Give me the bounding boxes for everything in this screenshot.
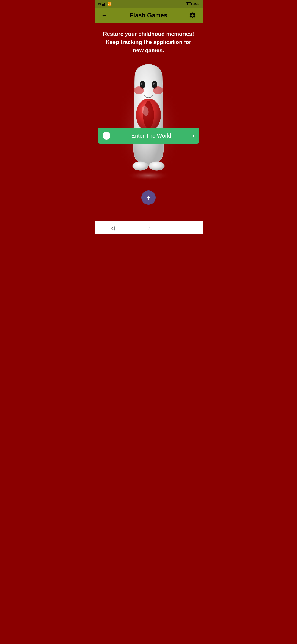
nav-back-button[interactable]: ◁: [111, 225, 115, 231]
status-bar: 4G 📶 4:32: [95, 0, 203, 8]
svg-point-7: [134, 86, 144, 94]
main-content: Restore your childhood memories! Keep tr…: [95, 23, 203, 221]
nav-home-icon: ○: [147, 225, 150, 231]
app-title: Flash Games: [130, 12, 167, 19]
network-type: 4G: [98, 2, 101, 5]
fab-plus-icon: +: [146, 193, 151, 202]
svg-point-10: [149, 162, 164, 170]
enter-button-wrapper: Enter The World ›: [98, 128, 199, 144]
svg-point-11: [127, 171, 170, 181]
svg-point-9: [133, 162, 148, 170]
signal-icon: [102, 2, 106, 6]
enter-button-label: Enter The World: [110, 133, 192, 139]
status-left: 4G 📶: [98, 2, 112, 6]
page-wrapper: 4G 📶 4:32 ← Flash Games: [95, 0, 203, 234]
wifi-icon: 📶: [108, 2, 112, 6]
enter-arrow-icon: ›: [192, 132, 194, 140]
app-bar: ← Flash Games: [95, 8, 203, 23]
nav-home-button[interactable]: ○: [147, 225, 150, 231]
enter-world-button[interactable]: Enter The World ›: [98, 128, 199, 144]
bottom-nav: ◁ ○ □: [95, 221, 203, 234]
settings-button[interactable]: [188, 10, 197, 20]
clock: 4:32: [193, 2, 199, 6]
fab-button[interactable]: +: [141, 190, 156, 205]
gear-icon: [189, 12, 196, 19]
svg-point-5: [141, 83, 142, 85]
nav-back-icon: ◁: [111, 225, 115, 231]
button-dot-icon: [103, 132, 110, 140]
nav-recents-icon: □: [183, 225, 186, 231]
tagline-text: Restore your childhood memories! Keep tr…: [95, 23, 203, 54]
back-button[interactable]: ←: [100, 10, 109, 20]
battery-icon: [186, 2, 192, 5]
svg-point-6: [153, 83, 155, 85]
svg-point-8: [153, 86, 163, 94]
back-arrow-icon: ←: [101, 12, 108, 19]
status-right: 4:32: [186, 2, 199, 6]
nav-recents-button[interactable]: □: [183, 225, 186, 231]
